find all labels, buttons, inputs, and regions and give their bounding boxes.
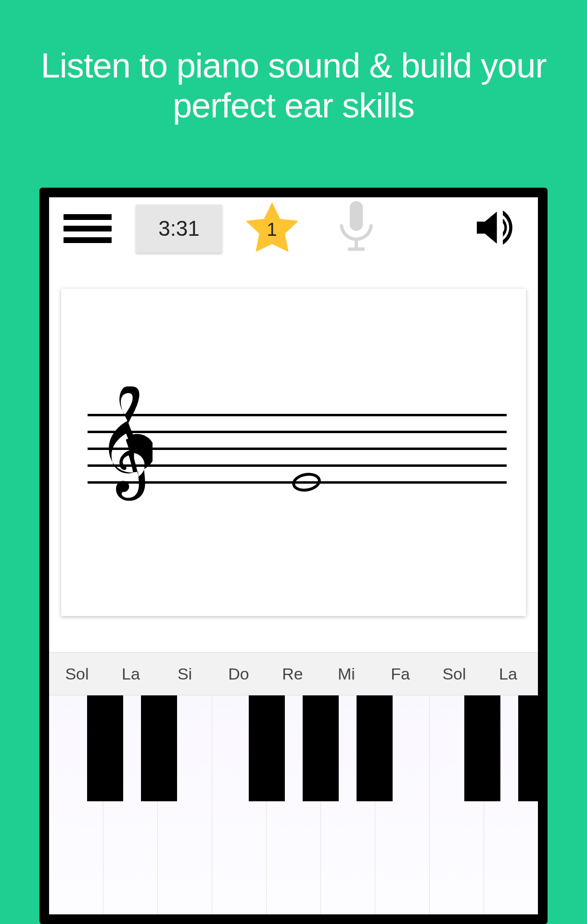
note-label: Si xyxy=(158,665,212,683)
treble-clef-icon xyxy=(100,383,153,517)
speaker-icon xyxy=(470,204,520,254)
note-label: Do xyxy=(212,665,266,683)
note-labels-bar: Sol La Si Do Re Mi Fa Sol La xyxy=(49,652,538,695)
top-toolbar: 3:31 1 xyxy=(49,197,538,260)
hamburger-icon xyxy=(64,237,112,243)
black-keys xyxy=(49,695,538,801)
score-star: 1 xyxy=(241,197,303,260)
menu-button[interactable] xyxy=(64,214,112,243)
note-label: Mi xyxy=(319,665,373,683)
timer-display: 3:31 xyxy=(136,205,222,253)
piano-keyboard xyxy=(49,695,538,914)
microphone-icon xyxy=(336,201,377,256)
black-key[interactable] xyxy=(249,695,285,801)
note-label: Sol xyxy=(50,665,104,683)
note-label: La xyxy=(481,665,535,683)
app-screen: 3:31 1 xyxy=(49,197,538,914)
note-label: Sol xyxy=(427,665,481,683)
black-key[interactable] xyxy=(87,695,123,801)
hamburger-icon xyxy=(64,226,112,231)
music-staff-card xyxy=(61,289,526,616)
black-key[interactable] xyxy=(357,695,393,801)
black-key[interactable] xyxy=(464,695,500,801)
black-key[interactable] xyxy=(141,695,177,801)
hamburger-icon xyxy=(64,214,112,220)
svg-rect-0 xyxy=(349,201,363,231)
note-label: Fa xyxy=(373,665,427,683)
sound-button[interactable] xyxy=(471,205,523,253)
note-label: La xyxy=(104,665,158,683)
black-key[interactable] xyxy=(303,695,339,801)
note-label: Re xyxy=(266,665,319,683)
score-value: 1 xyxy=(267,219,277,240)
promo-headline: Listen to piano sound & build your perfe… xyxy=(0,0,587,126)
microphone-button[interactable] xyxy=(337,202,375,255)
black-key[interactable] xyxy=(518,695,538,801)
phone-frame: 3:31 1 xyxy=(39,188,548,924)
